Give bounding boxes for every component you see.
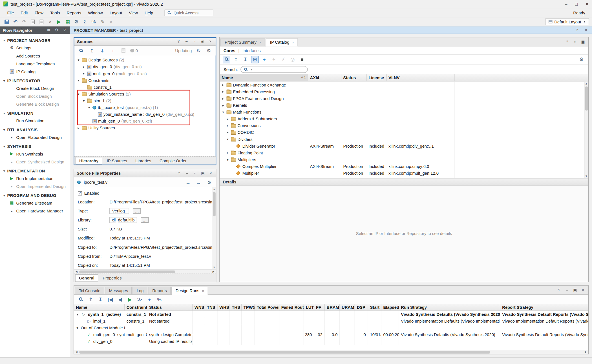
maximize-button[interactable]: ▣ — [200, 39, 205, 44]
refresh-button[interactable]: ↻ — [195, 47, 202, 54]
expander-icon[interactable]: ▸ — [221, 83, 225, 87]
source-tree-row-constrs-1[interactable]: constrs_1 — [74, 84, 216, 90]
column-header-dsp[interactable]: DSP — [355, 304, 368, 310]
expander-icon[interactable]: ▸ — [226, 130, 229, 134]
ip-row-embedded-processing[interactable]: ▸Embedded Processing — [220, 88, 588, 95]
browse-button[interactable]: … — [133, 208, 141, 214]
menu-view[interactable]: View — [125, 9, 141, 16]
ip-search-input[interactable] — [254, 67, 304, 72]
source-tree-row-utility-sources[interactable]: ▸Utility Sources — [74, 125, 216, 131]
float-button[interactable]: ▫ — [572, 39, 578, 45]
flow-item-run-simulation[interactable]: Run Simulation — [0, 117, 70, 125]
doc-tab-ip-catalog[interactable]: IP Catalog× — [266, 39, 298, 46]
design-run-row-out-of-context-module-runs[interactable]: ▾Out-of-Context Module Runs — [74, 325, 588, 331]
edit-button[interactable]: ✎ — [99, 18, 106, 26]
design-run-row-synth-1[interactable]: ▾▷synth_1 (active)constrs_1Not startedVi… — [74, 311, 588, 318]
metrics-percent-button[interactable]: % — [90, 18, 98, 26]
scroll-right-icon[interactable]: ▶ — [211, 270, 216, 273]
scroll-left-icon[interactable]: ◀ — [74, 350, 79, 354]
column-header-name[interactable]: Name — [74, 304, 125, 310]
column-header-report-strategy[interactable]: Report Strategy — [500, 304, 588, 310]
flow-item-generate-bitstream[interactable]: ▦Generate Bitstream — [0, 199, 70, 207]
expander-icon[interactable]: ▸ — [226, 151, 229, 155]
settings-button[interactable]: ⚙ — [205, 47, 213, 54]
fast-forward-button[interactable]: ≫ — [136, 296, 143, 303]
column-header-ff[interactable]: FF — [314, 304, 325, 310]
expander-icon[interactable]: ▾ — [77, 92, 80, 96]
help-button[interactable]: ? — [574, 27, 580, 33]
metrics-percent-button[interactable]: % — [156, 296, 163, 303]
layout-selector[interactable]: Default Layout ▼ — [545, 18, 589, 25]
step-back-button[interactable]: ◀ — [116, 296, 124, 303]
scroll-up-icon[interactable]: ▲ — [585, 81, 587, 86]
ip-row-adders-subtracters[interactable]: ▸Adders & Subtracters — [220, 116, 588, 122]
help-button[interactable]: ? — [176, 39, 181, 44]
expander-icon[interactable]: ▾ — [87, 106, 91, 109]
column-header-vlnv[interactable]: VLNV — [386, 74, 454, 81]
add-button[interactable]: + — [109, 47, 117, 54]
flow-section-implementation[interactable]: ▾IMPLEMENTATION — [0, 166, 70, 174]
menu-window[interactable]: Window — [85, 9, 106, 16]
sources-tab-libraries[interactable]: Libraries — [132, 157, 155, 165]
save-file-button[interactable] — [120, 47, 127, 54]
enabled-checkbox[interactable]: ✓ — [78, 191, 82, 195]
design-run-row-div-gen-0[interactable]: ✓div_gen_0Using cached IP results — [74, 338, 588, 345]
delete-button[interactable]: × — [47, 18, 54, 26]
program-button[interactable]: ▦ — [64, 18, 71, 26]
expander-icon[interactable]: ▸ — [226, 117, 229, 121]
bottom-tab-log[interactable]: Log — [132, 287, 147, 294]
minimize-button[interactable]: – — [564, 288, 570, 293]
settings-button[interactable]: ⚙ — [578, 56, 585, 63]
paste-button[interactable] — [38, 18, 45, 26]
flow-section-rtl-analysis[interactable]: ▾RTL ANALYSIS — [0, 125, 70, 133]
column-header-bram[interactable]: BRAM — [325, 304, 340, 310]
settings-button[interactable]: ⚙ — [72, 18, 80, 26]
expander-icon[interactable]: ▾ — [221, 110, 225, 114]
bottom-tab-messages[interactable]: Messages — [105, 287, 132, 294]
expander-icon[interactable]: ▾ — [226, 158, 229, 161]
design-run-row-mult-gen-0-synth-1[interactable]: ✓mult_gen_0_synth_1mult_gen_0synth_desig… — [74, 331, 588, 338]
view-link-cores[interactable]: Cores — [224, 48, 235, 53]
flow-item-generate-block-design[interactable]: Generate Block Design — [0, 100, 70, 108]
search-button[interactable] — [77, 296, 85, 303]
scroll-left-icon[interactable]: ◀ — [74, 270, 79, 273]
ip-row-dividers[interactable]: ▾Dividers — [220, 136, 588, 143]
maximize-button[interactable]: □ — [575, 1, 578, 7]
scroll-down-icon[interactable]: ▼ — [213, 265, 215, 270]
source-tree-row-design-sources[interactable]: ▾Design Sources(2) — [74, 57, 216, 63]
column-header-constraints[interactable]: Constraints — [125, 304, 147, 310]
source-tree-row-constraints[interactable]: ▾Constraints — [74, 77, 216, 84]
column-header-status[interactable]: Status — [341, 74, 367, 81]
expander-icon[interactable]: ▸ — [77, 126, 80, 130]
maximize-button[interactable]: ▣ — [200, 170, 206, 176]
undo-button[interactable]: ↶ — [12, 18, 19, 26]
close-button[interactable]: × — [208, 170, 213, 176]
column-header-total-power[interactable]: Total Power — [255, 304, 279, 310]
column-header-tns[interactable]: TNS — [205, 304, 217, 310]
flow-item-open-elaborated-design[interactable]: ▸Open Elaborated Design — [0, 133, 70, 141]
column-header-start[interactable]: Start — [368, 304, 381, 310]
group-button[interactable]: ⊞ — [251, 56, 259, 63]
properties-tab-general[interactable]: General — [75, 274, 98, 282]
quick-access-search[interactable] — [164, 9, 213, 16]
sources-tab-compile-order[interactable]: Compile Order — [156, 157, 191, 165]
flow-section-simulation[interactable]: ▾SIMULATION — [0, 108, 70, 117]
menu-layout[interactable]: Layout — [106, 9, 125, 16]
ip-row-cordic[interactable]: ▸CORDIC — [220, 129, 588, 136]
quick-access-input[interactable] — [174, 10, 211, 15]
scroll-up-icon[interactable]: ▲ — [213, 187, 215, 191]
search-button[interactable] — [78, 47, 85, 54]
source-tree-row-sim-1[interactable]: ▾sim_1(2) — [74, 97, 216, 104]
doc-tab-project-summary[interactable]: Project Summary× — [220, 39, 265, 46]
expander-icon[interactable]: ▸ — [82, 72, 86, 75]
cancel-button[interactable]: × — [107, 18, 115, 26]
flow-item-open-block-design[interactable]: Open Block Design — [0, 92, 70, 100]
expander-icon[interactable]: ▾ — [76, 326, 79, 330]
ip-row-dynamic-function-exchange[interactable]: ▸Dynamic Function eXchange — [220, 81, 588, 88]
design-run-row-impl-1[interactable]: ▷impl_1constrs_1Not startedVivado Implem… — [74, 318, 588, 325]
type-combo[interactable]: Verilog — [109, 208, 129, 214]
column-header-ths[interactable]: THS — [230, 304, 242, 310]
properties-vertical-scrollbar[interactable]: ▲ ▼ — [212, 187, 216, 269]
column-header-axi4[interactable]: AXI4 — [308, 74, 341, 81]
browse-button[interactable]: … — [141, 217, 149, 223]
